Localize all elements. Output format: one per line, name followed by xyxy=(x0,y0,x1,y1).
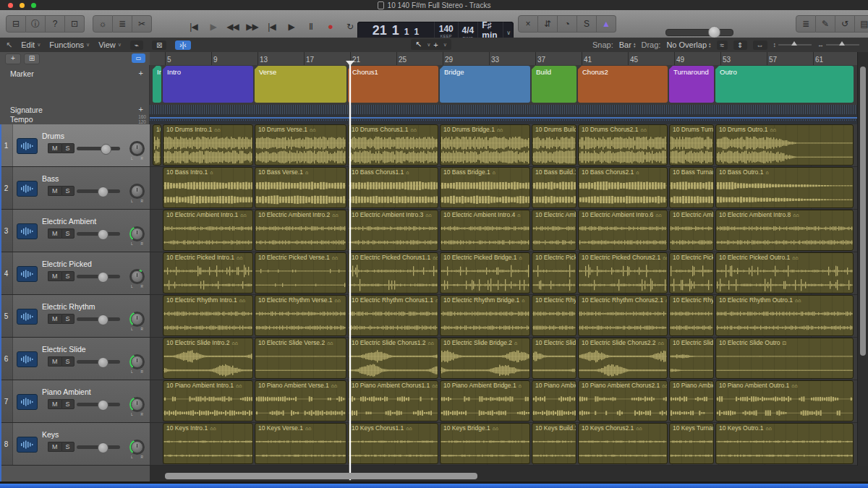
vertical-auto-zoom-button[interactable]: ⇕ xyxy=(733,40,746,50)
audio-region[interactable]: 10 Electric Slide Intro.2⌂⌂ xyxy=(163,338,253,379)
signature-track[interactable] xyxy=(150,105,868,115)
automation-curve-icon[interactable]: ⌁ xyxy=(130,40,143,50)
arrangement-marker-bridge[interactable]: Bridge xyxy=(440,66,530,103)
audio-region[interactable]: 10 Piano Ambient Bridge.1⌂ xyxy=(440,380,530,421)
quick-help-icon[interactable]: ? xyxy=(46,15,65,33)
volume-slider-thumb[interactable] xyxy=(98,357,109,368)
stop-button[interactable]: |◀ xyxy=(265,22,278,32)
vertical-zoom-slider[interactable]: ↕ xyxy=(773,41,812,48)
mute-button[interactable]: M xyxy=(48,314,61,324)
mute-button[interactable]: M xyxy=(48,143,61,153)
tempo-track[interactable] xyxy=(150,114,868,125)
drag-menu[interactable]: No Overlap ▴▾ xyxy=(666,40,710,49)
audio-region[interactable]: 10 Bass Turnarou xyxy=(669,167,714,208)
solo-button[interactable]: S xyxy=(61,314,75,324)
crossfade-icon[interactable]: ⊠ xyxy=(152,40,166,50)
audio-region[interactable]: 10 Piano Ambient Chorus2.1⌂⌂ xyxy=(578,380,668,421)
volume-slider[interactable] xyxy=(77,189,120,193)
audio-region[interactable]: 10 Electric Rhythm Outro.1⌂⌂ xyxy=(715,295,854,336)
audio-region[interactable]: 10 Electric Picked xyxy=(669,252,714,294)
audio-region[interactable]: 10 Electric Ambie xyxy=(532,210,576,251)
audio-region[interactable]: 10 Electric Picked Chorus2.1⌂⌂ xyxy=(578,252,668,294)
audio-region[interactable]: 10 Electric Picked Outro.1⌂⌂ xyxy=(715,252,854,294)
audio-region[interactable]: 10 Electric Slide Verse.2⌂⌂ xyxy=(255,338,346,379)
volume-slider-thumb[interactable] xyxy=(98,314,109,325)
global-tracks-toggle-button[interactable]: ▭ xyxy=(132,53,145,63)
smart-controls-icon[interactable]: ☼ xyxy=(93,15,113,33)
solo-button[interactable]: S xyxy=(61,399,75,409)
volume-slider-thumb[interactable] xyxy=(98,272,109,283)
solo-mode-icon[interactable]: S xyxy=(577,15,597,33)
audio-region[interactable]: 10 Electric Slide Chorus1.2⌂⌂ xyxy=(348,338,438,379)
left-click-tool-menu[interactable]: ↖ xyxy=(415,40,422,49)
minimize-window-icon[interactable] xyxy=(20,3,25,8)
horizontal-scrollbar-thumb[interactable] xyxy=(165,473,477,479)
mute-button[interactable]: M xyxy=(48,442,61,452)
note-pads-icon[interactable]: ✎ xyxy=(816,15,835,33)
track-header-keys[interactable]: 8KeysMSLR xyxy=(0,423,150,465)
add-track-button[interactable]: + xyxy=(5,53,21,64)
audio-region[interactable]: 10 Drums Outro.1⌂⌂ xyxy=(715,124,854,166)
pan-knob[interactable] xyxy=(129,397,145,412)
arrangement-marker-turnaround[interactable]: Turnaround xyxy=(669,66,714,103)
audio-region[interactable]: 10 Piano Ambient xyxy=(669,380,714,421)
audio-region[interactable]: 10 Keys Build.1 xyxy=(532,423,576,464)
audio-region[interactable]: 10 Electric Slide B xyxy=(532,338,576,379)
editors-icon[interactable]: ✂ xyxy=(132,15,152,33)
audio-region[interactable]: 10 Keys Intro.1⌂⌂ xyxy=(163,423,253,464)
audio-region[interactable]: 10 Electric Slide T xyxy=(669,338,714,379)
pause-button[interactable]: Ⅱ xyxy=(304,22,318,32)
cycle-button[interactable]: ↻ xyxy=(343,22,357,32)
audio-region[interactable]: 10 Bass Intro.1⌂ xyxy=(163,167,253,208)
audio-region[interactable]: 10 Piano Ambient Outro.1⌂⌂ xyxy=(715,380,854,421)
mixer-icon[interactable]: ≣ xyxy=(113,15,132,33)
volume-slider[interactable] xyxy=(77,147,120,150)
audio-region[interactable]: 10 Electric Ambient Intro.6⌂⌂ xyxy=(578,210,668,251)
volume-slider-thumb[interactable] xyxy=(98,229,109,240)
pan-knob[interactable] xyxy=(129,184,145,199)
performance-meter-icon[interactable]: ◔ xyxy=(558,15,577,33)
metronome-icon[interactable]: ▲ xyxy=(597,15,616,33)
master-volume-slider[interactable] xyxy=(665,29,733,36)
pan-knob[interactable] xyxy=(129,226,145,241)
volume-slider-thumb[interactable] xyxy=(98,442,109,453)
pan-knob[interactable] xyxy=(129,354,145,369)
volume-slider-thumb[interactable] xyxy=(98,400,109,411)
audio-region[interactable]: 10 Electric Rhythm Bridge.1⌂ xyxy=(440,295,530,336)
audio-region[interactable]: 10 Keys Outro.1⌂⌂ xyxy=(715,423,854,464)
pan-knob[interactable] xyxy=(129,312,145,327)
audio-region[interactable]: 10 Drums Build.1 xyxy=(532,124,576,166)
track-header-electric-rhythm[interactable]: 5Electric RhythmMSLR xyxy=(0,295,150,337)
catch-playhead-button[interactable]: ›|‹ xyxy=(175,40,190,50)
audio-region[interactable]: 10 Keys Chorus1.1⌂⌂ xyxy=(348,423,438,464)
audio-region[interactable]: 10 Electric Rhythm Intro.1⌂⌂ xyxy=(163,295,253,336)
audio-region[interactable]: 10 Electric Ambient Intro.8⌂⌂ xyxy=(715,210,854,251)
audio-region[interactable]: 10 Bass Build.1 xyxy=(532,167,576,208)
audio-region[interactable]: 10 Drums Turnaro xyxy=(669,124,714,166)
audio-region[interactable]: 10 Electric Rhythm Verse.1⌂⌂ xyxy=(255,295,346,336)
volume-slider[interactable] xyxy=(77,317,120,321)
replace-mode-icon[interactable]: × xyxy=(518,15,538,33)
volume-slider-thumb[interactable] xyxy=(101,144,111,155)
audio-region[interactable]: 10 Piano Ambient Verse.1⌂⌂ xyxy=(255,380,346,421)
audio-region[interactable]: 10 Electric Ambient Intro.3⌂⌂ xyxy=(348,210,438,251)
audio-region[interactable]: 10 Electric Picked Intro.1⌂⌂ xyxy=(163,252,253,294)
audio-region[interactable]: 10 Keys Chorus2.1⌂⌂ xyxy=(578,423,668,464)
audio-region[interactable]: 10 Keys Verse.1⌂⌂ xyxy=(255,423,346,464)
track-header-electric-slide[interactable]: 6Electric SlideMSLR xyxy=(0,338,150,380)
command-click-tool-menu[interactable]: + xyxy=(433,40,438,49)
volume-slider[interactable] xyxy=(77,445,120,449)
solo-button[interactable]: S xyxy=(61,356,75,367)
pan-knob[interactable] xyxy=(129,440,145,455)
audio-region[interactable]: 10 xyxy=(153,124,161,166)
forward-button[interactable]: ▶▶ xyxy=(245,22,259,32)
browsers-icon[interactable]: ▤ xyxy=(855,15,868,33)
mute-button[interactable]: M xyxy=(48,356,61,367)
track-header-drums[interactable]: 1DrumsMSLR xyxy=(0,124,150,166)
media-browser-icon[interactable]: ⊟ xyxy=(6,15,26,33)
audio-region[interactable]: 10 Electric Rhyth xyxy=(669,295,714,336)
track-header-bass[interactable]: 2BassMSLR xyxy=(0,167,150,209)
arrangement-marker-pre[interactable]: Int xyxy=(153,66,161,103)
edit-menu[interactable]: Edit∨ xyxy=(21,40,41,49)
volume-slider[interactable] xyxy=(77,275,120,278)
